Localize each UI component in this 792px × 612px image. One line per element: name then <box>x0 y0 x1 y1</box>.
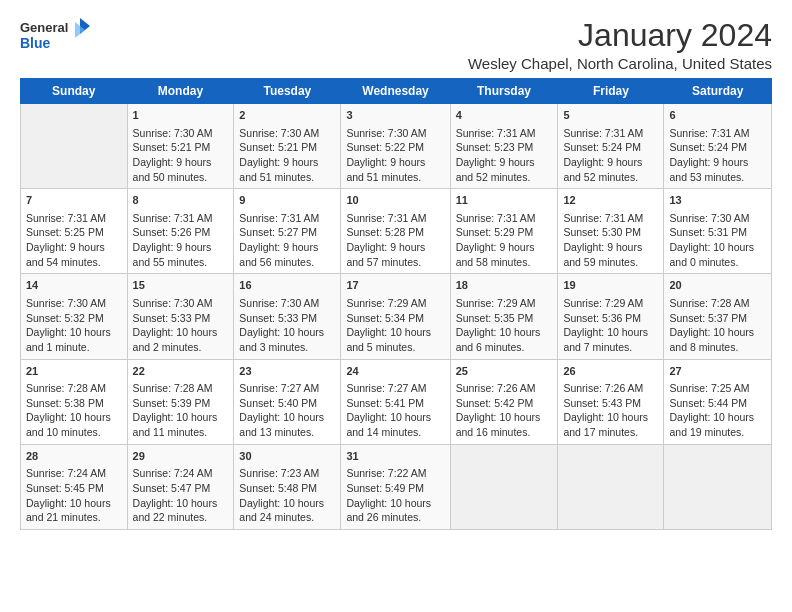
day-number: 5 <box>563 108 658 123</box>
day-number: 24 <box>346 364 444 379</box>
header-row: Sunday Monday Tuesday Wednesday Thursday… <box>21 79 772 104</box>
day-cell: 1Sunrise: 7:30 AMSunset: 5:21 PMDaylight… <box>127 104 234 189</box>
calendar-table: Sunday Monday Tuesday Wednesday Thursday… <box>20 78 772 530</box>
day-number: 3 <box>346 108 444 123</box>
day-number: 29 <box>133 449 229 464</box>
header-saturday: Saturday <box>664 79 772 104</box>
day-cell: 31Sunrise: 7:22 AMSunset: 5:49 PMDayligh… <box>341 444 450 529</box>
day-cell: 6Sunrise: 7:31 AMSunset: 5:24 PMDaylight… <box>664 104 772 189</box>
day-number: 31 <box>346 449 444 464</box>
day-cell: 19Sunrise: 7:29 AMSunset: 5:36 PMDayligh… <box>558 274 664 359</box>
day-cell: 7Sunrise: 7:31 AMSunset: 5:25 PMDaylight… <box>21 189 128 274</box>
header-friday: Friday <box>558 79 664 104</box>
day-cell: 27Sunrise: 7:25 AMSunset: 5:44 PMDayligh… <box>664 359 772 444</box>
day-number: 28 <box>26 449 122 464</box>
page: General Blue January 2024 Wesley Chapel,… <box>0 0 792 540</box>
day-cell: 11Sunrise: 7:31 AMSunset: 5:29 PMDayligh… <box>450 189 558 274</box>
day-cell: 23Sunrise: 7:27 AMSunset: 5:40 PMDayligh… <box>234 359 341 444</box>
day-cell <box>664 444 772 529</box>
day-cell <box>558 444 664 529</box>
day-number: 12 <box>563 193 658 208</box>
day-number: 17 <box>346 278 444 293</box>
day-cell: 12Sunrise: 7:31 AMSunset: 5:30 PMDayligh… <box>558 189 664 274</box>
day-cell <box>450 444 558 529</box>
day-cell: 29Sunrise: 7:24 AMSunset: 5:47 PMDayligh… <box>127 444 234 529</box>
header-tuesday: Tuesday <box>234 79 341 104</box>
day-number: 6 <box>669 108 766 123</box>
day-cell: 26Sunrise: 7:26 AMSunset: 5:43 PMDayligh… <box>558 359 664 444</box>
day-number: 23 <box>239 364 335 379</box>
day-cell <box>21 104 128 189</box>
week-row-1: 7Sunrise: 7:31 AMSunset: 5:25 PMDaylight… <box>21 189 772 274</box>
day-cell: 4Sunrise: 7:31 AMSunset: 5:23 PMDaylight… <box>450 104 558 189</box>
day-cell: 14Sunrise: 7:30 AMSunset: 5:32 PMDayligh… <box>21 274 128 359</box>
day-cell: 17Sunrise: 7:29 AMSunset: 5:34 PMDayligh… <box>341 274 450 359</box>
day-number: 22 <box>133 364 229 379</box>
day-number: 21 <box>26 364 122 379</box>
header-thursday: Thursday <box>450 79 558 104</box>
day-cell: 2Sunrise: 7:30 AMSunset: 5:21 PMDaylight… <box>234 104 341 189</box>
day-cell: 13Sunrise: 7:30 AMSunset: 5:31 PMDayligh… <box>664 189 772 274</box>
day-cell: 9Sunrise: 7:31 AMSunset: 5:27 PMDaylight… <box>234 189 341 274</box>
day-number: 1 <box>133 108 229 123</box>
day-cell: 18Sunrise: 7:29 AMSunset: 5:35 PMDayligh… <box>450 274 558 359</box>
day-cell: 15Sunrise: 7:30 AMSunset: 5:33 PMDayligh… <box>127 274 234 359</box>
day-number: 20 <box>669 278 766 293</box>
day-cell: 21Sunrise: 7:28 AMSunset: 5:38 PMDayligh… <box>21 359 128 444</box>
header-wednesday: Wednesday <box>341 79 450 104</box>
day-number: 7 <box>26 193 122 208</box>
day-cell: 30Sunrise: 7:23 AMSunset: 5:48 PMDayligh… <box>234 444 341 529</box>
day-cell: 22Sunrise: 7:28 AMSunset: 5:39 PMDayligh… <box>127 359 234 444</box>
calendar-subtitle: Wesley Chapel, North Carolina, United St… <box>468 55 772 72</box>
day-number: 19 <box>563 278 658 293</box>
title-area: January 2024 Wesley Chapel, North Caroli… <box>468 18 772 72</box>
day-cell: 25Sunrise: 7:26 AMSunset: 5:42 PMDayligh… <box>450 359 558 444</box>
week-row-3: 21Sunrise: 7:28 AMSunset: 5:38 PMDayligh… <box>21 359 772 444</box>
week-row-4: 28Sunrise: 7:24 AMSunset: 5:45 PMDayligh… <box>21 444 772 529</box>
day-cell: 20Sunrise: 7:28 AMSunset: 5:37 PMDayligh… <box>664 274 772 359</box>
day-number: 13 <box>669 193 766 208</box>
day-number: 14 <box>26 278 122 293</box>
day-number: 2 <box>239 108 335 123</box>
logo-svg: General Blue <box>20 18 90 56</box>
day-cell: 10Sunrise: 7:31 AMSunset: 5:28 PMDayligh… <box>341 189 450 274</box>
day-cell: 28Sunrise: 7:24 AMSunset: 5:45 PMDayligh… <box>21 444 128 529</box>
day-cell: 16Sunrise: 7:30 AMSunset: 5:33 PMDayligh… <box>234 274 341 359</box>
day-number: 10 <box>346 193 444 208</box>
day-number: 9 <box>239 193 335 208</box>
header-monday: Monday <box>127 79 234 104</box>
calendar-title: January 2024 <box>468 18 772 53</box>
day-number: 16 <box>239 278 335 293</box>
logo: General Blue <box>20 18 90 56</box>
day-number: 27 <box>669 364 766 379</box>
header: General Blue January 2024 Wesley Chapel,… <box>20 18 772 72</box>
day-cell: 5Sunrise: 7:31 AMSunset: 5:24 PMDaylight… <box>558 104 664 189</box>
svg-text:General: General <box>20 20 68 35</box>
day-number: 4 <box>456 108 553 123</box>
day-number: 11 <box>456 193 553 208</box>
day-cell: 8Sunrise: 7:31 AMSunset: 5:26 PMDaylight… <box>127 189 234 274</box>
svg-text:Blue: Blue <box>20 35 51 51</box>
day-cell: 3Sunrise: 7:30 AMSunset: 5:22 PMDaylight… <box>341 104 450 189</box>
week-row-2: 14Sunrise: 7:30 AMSunset: 5:32 PMDayligh… <box>21 274 772 359</box>
day-number: 8 <box>133 193 229 208</box>
day-number: 18 <box>456 278 553 293</box>
week-row-0: 1Sunrise: 7:30 AMSunset: 5:21 PMDaylight… <box>21 104 772 189</box>
day-cell: 24Sunrise: 7:27 AMSunset: 5:41 PMDayligh… <box>341 359 450 444</box>
day-number: 25 <box>456 364 553 379</box>
day-number: 15 <box>133 278 229 293</box>
day-number: 30 <box>239 449 335 464</box>
day-number: 26 <box>563 364 658 379</box>
header-sunday: Sunday <box>21 79 128 104</box>
